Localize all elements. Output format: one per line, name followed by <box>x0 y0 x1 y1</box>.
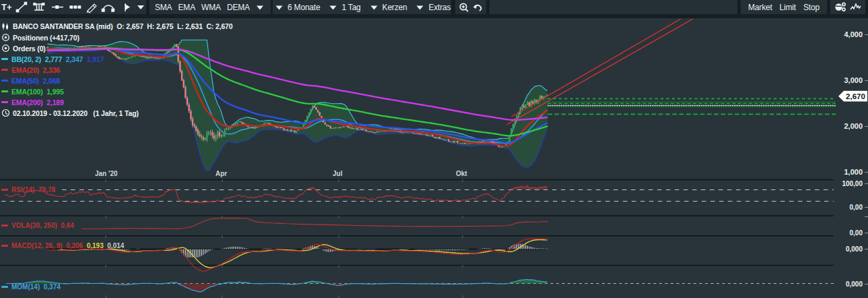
svg-text:2,670: 2,670 <box>846 92 865 100</box>
svg-text:T+: T+ <box>1 2 12 12</box>
